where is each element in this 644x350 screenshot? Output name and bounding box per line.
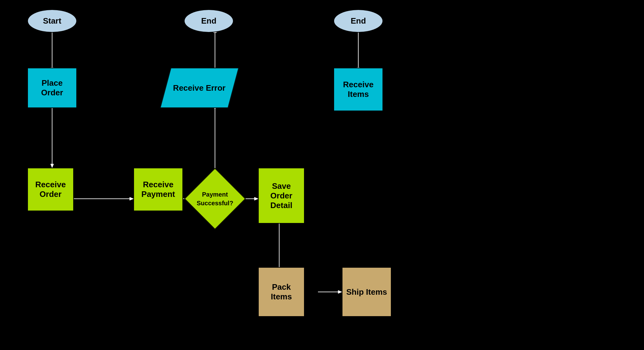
end1-label: End — [201, 16, 216, 26]
ship-items-label: Ship Items — [346, 287, 387, 297]
pack-items-node: Pack Items — [258, 267, 305, 317]
save-order-detail-node: Save Order Detail — [258, 168, 305, 224]
svg-marker-11 — [254, 197, 258, 200]
end2-label: End — [351, 16, 366, 26]
flowchart: Start End End Place Order Receive Error … — [0, 0, 644, 350]
start-label: Start — [43, 16, 61, 26]
save-order-detail-label: Save Order Detail — [271, 181, 293, 210]
receive-payment-node: Receive Payment — [133, 168, 183, 211]
place-order-label: Place Order — [41, 78, 63, 98]
svg-marker-5 — [130, 197, 133, 200]
payment-successful-node: Payment Successful? — [184, 168, 246, 230]
receive-error-node: Receive Error — [160, 68, 239, 108]
pack-items-label: Pack Items — [271, 282, 292, 302]
receive-items-node: Receive Items — [333, 68, 383, 111]
receive-order-label: Receive Order — [35, 180, 66, 199]
end1-node: End — [184, 9, 234, 33]
receive-payment-label: Receive Payment — [141, 180, 175, 199]
svg-marker-3 — [51, 164, 54, 168]
receive-order-node: Receive Order — [27, 168, 74, 211]
arrows-layer — [0, 0, 644, 350]
end2-node: End — [333, 9, 383, 33]
payment-successful-label: Payment Successful? — [197, 190, 233, 207]
start-node: Start — [27, 9, 77, 33]
place-order-node: Place Order — [27, 68, 77, 108]
receive-items-label: Receive Items — [343, 80, 373, 99]
svg-marker-15 — [338, 290, 342, 293]
receive-error-label: Receive Error — [173, 83, 226, 93]
ship-items-node: Ship Items — [342, 267, 391, 317]
